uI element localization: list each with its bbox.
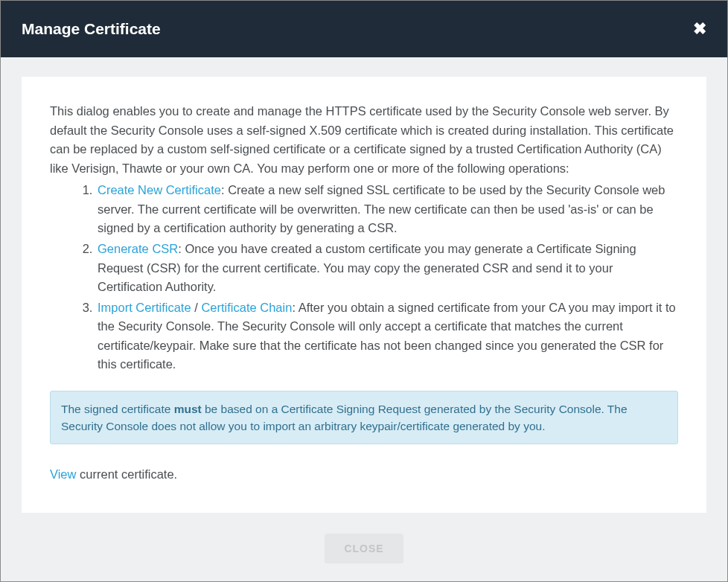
- view-text: current certificate.: [76, 467, 177, 481]
- op-text: : Once you have created a custom certifi…: [98, 242, 636, 293]
- close-button[interactable]: CLOSE: [325, 534, 403, 563]
- dialog-header: Manage Certificate ✖: [1, 1, 727, 57]
- intro-text: This dialog enables you to create and ma…: [50, 102, 678, 178]
- info-must: must: [174, 403, 202, 415]
- op-create-new-certificate: Create New Certificate: Create a new sel…: [96, 181, 678, 238]
- view-current-certificate-link[interactable]: View: [50, 467, 76, 481]
- manage-certificate-dialog: Manage Certificate ✖ This dialog enables…: [0, 0, 728, 582]
- op-import-certificate: Import Certificate / Certificate Chain: …: [96, 298, 678, 374]
- op-generate-csr: Generate CSR: Once you have created a cu…: [96, 240, 678, 297]
- operations-list: Create New Certificate: Create a new sel…: [50, 181, 678, 374]
- dialog-footer: CLOSE: [22, 513, 706, 581]
- dialog-title: Manage Certificate: [22, 20, 161, 38]
- info-note: The signed certificate must be based on …: [50, 391, 678, 445]
- dialog-body: This dialog enables you to create and ma…: [1, 57, 727, 581]
- content-card: This dialog enables you to create and ma…: [22, 77, 706, 513]
- close-icon[interactable]: ✖: [693, 19, 706, 39]
- view-current-line: View current certificate.: [50, 465, 678, 485]
- generate-csr-link[interactable]: Generate CSR: [98, 242, 178, 255]
- certificate-chain-link[interactable]: Certificate Chain: [201, 301, 292, 314]
- info-pre: The signed certificate: [61, 403, 174, 415]
- import-certificate-link[interactable]: Import Certificate: [98, 301, 191, 314]
- create-new-certificate-link[interactable]: Create New Certificate: [98, 183, 221, 196]
- op-sep: /: [191, 301, 202, 314]
